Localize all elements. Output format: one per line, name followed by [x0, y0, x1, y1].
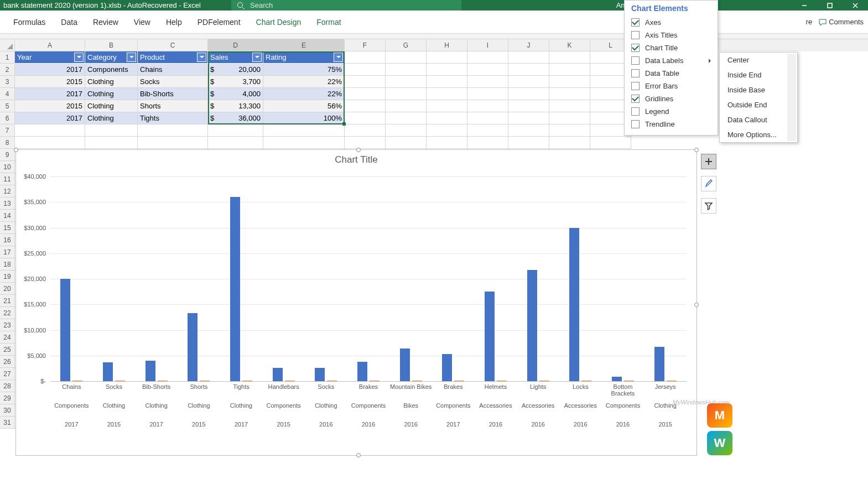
bar-rating[interactable] [200, 381, 210, 381]
cell[interactable] [508, 64, 549, 76]
cell[interactable] [427, 100, 467, 112]
cell[interactable] [508, 76, 549, 88]
table-header-cell[interactable]: Product [138, 51, 208, 64]
cell[interactable] [467, 137, 508, 149]
cell[interactable]: Clothing [85, 88, 138, 100]
cell[interactable] [386, 88, 427, 100]
cell[interactable]: $3,700 [208, 76, 263, 88]
bar-sales[interactable] [145, 361, 155, 381]
cell[interactable] [138, 137, 208, 149]
cell[interactable] [427, 112, 467, 124]
cell[interactable] [138, 124, 208, 137]
column-header[interactable]: E [263, 39, 345, 51]
cell[interactable]: Bib-Shorts [138, 88, 208, 100]
chart-element-option[interactable]: Data Table [625, 67, 718, 80]
bar-rating[interactable] [370, 381, 380, 381]
resize-handle[interactable] [694, 303, 699, 307]
tab-format[interactable]: Format [309, 12, 349, 32]
row-header[interactable]: 1 [0, 51, 15, 64]
row-header[interactable]: 18 [0, 258, 15, 271]
cell[interactable]: 56% [263, 100, 345, 112]
cell[interactable]: Clothing [85, 76, 138, 88]
row-header[interactable]: 28 [0, 380, 15, 392]
cell[interactable]: 100% [263, 112, 345, 124]
bar-rating[interactable] [497, 381, 507, 381]
row-header[interactable]: 27 [0, 368, 15, 380]
table-header-cell[interactable]: Year [15, 51, 85, 64]
cell[interactable] [467, 124, 508, 137]
cell[interactable]: $20,000 [208, 64, 263, 76]
cell[interactable] [467, 100, 508, 112]
bar-sales[interactable] [230, 197, 240, 381]
row-header[interactable]: 19 [0, 271, 15, 283]
embedded-chart[interactable]: Chart Title $-$5,000$10,000$15,000$20,00… [15, 149, 697, 456]
row-header[interactable]: 24 [0, 331, 15, 344]
chart-styles-button[interactable] [701, 176, 716, 191]
cell[interactable] [508, 51, 549, 64]
row-header[interactable]: 15 [0, 222, 15, 234]
cell[interactable]: $13,300 [208, 100, 263, 112]
row-header[interactable]: 30 [0, 404, 15, 417]
bar-sales[interactable] [103, 362, 113, 381]
row-header[interactable]: 3 [0, 76, 15, 88]
column-header[interactable]: D [208, 39, 263, 51]
cell[interactable] [549, 100, 590, 112]
chart-element-option[interactable]: Gridlines [625, 92, 718, 105]
filter-dropdown[interactable] [252, 53, 262, 62]
bar-sales[interactable] [400, 349, 410, 381]
cell[interactable] [386, 64, 427, 76]
chart-title[interactable]: Chart Title [16, 154, 697, 165]
cell[interactable] [386, 100, 427, 112]
cell[interactable]: 22% [263, 76, 345, 88]
bar-rating[interactable] [412, 381, 422, 381]
row-header[interactable]: 29 [0, 392, 15, 404]
cell[interactable]: 2015 [15, 76, 85, 88]
row-header[interactable]: 6 [0, 112, 15, 124]
cell[interactable] [15, 124, 85, 137]
column-header[interactable]: A [15, 39, 85, 51]
table-header-cell[interactable]: Rating [263, 51, 345, 64]
row-header[interactable]: 17 [0, 246, 15, 258]
row-header[interactable]: 11 [0, 173, 15, 185]
bar-sales[interactable] [527, 270, 537, 381]
cell[interactable]: Shorts [138, 100, 208, 112]
column-header[interactable]: G [386, 39, 427, 51]
cell[interactable] [467, 112, 508, 124]
row-header[interactable]: 9 [0, 149, 15, 161]
row-header[interactable]: 7 [0, 124, 15, 137]
cell[interactable]: Socks [138, 76, 208, 88]
bar-rating[interactable] [454, 381, 464, 381]
row-header[interactable]: 23 [0, 319, 15, 331]
cell[interactable] [263, 137, 345, 149]
cell[interactable] [345, 112, 386, 124]
bar-sales[interactable] [60, 279, 70, 381]
cell[interactable] [85, 137, 138, 149]
checkbox[interactable] [631, 69, 640, 77]
submenu-item[interactable]: Inside End [720, 67, 797, 82]
column-header[interactable]: K [549, 39, 590, 51]
chart-element-option[interactable]: Error Bars [625, 80, 718, 92]
bar-sales[interactable] [273, 368, 283, 381]
resize-handle[interactable] [694, 148, 699, 152]
bar-sales[interactable] [654, 347, 664, 381]
column-header[interactable]: H [427, 39, 467, 51]
row-header[interactable]: 5 [0, 100, 15, 112]
cell[interactable] [345, 88, 386, 100]
submenu-item[interactable]: Inside Base [720, 82, 797, 97]
cell[interactable] [427, 88, 467, 100]
resize-handle[interactable] [356, 453, 361, 457]
bar-rating[interactable] [242, 381, 252, 381]
chart-element-option[interactable]: Data Labels [625, 54, 718, 67]
chart-element-option[interactable]: Legend [625, 105, 718, 118]
cell[interactable] [345, 51, 386, 64]
submenu-item[interactable]: Center [720, 53, 797, 67]
cell[interactable] [208, 124, 263, 137]
cell[interactable] [386, 76, 427, 88]
bar-sales[interactable] [315, 368, 325, 381]
checkbox[interactable] [631, 107, 640, 116]
checkbox[interactable] [631, 31, 640, 39]
table-header-cell[interactable]: Category [85, 51, 138, 64]
row-header[interactable]: 14 [0, 210, 15, 222]
cell[interactable]: $4,000 [208, 88, 263, 100]
cell[interactable] [427, 137, 467, 149]
